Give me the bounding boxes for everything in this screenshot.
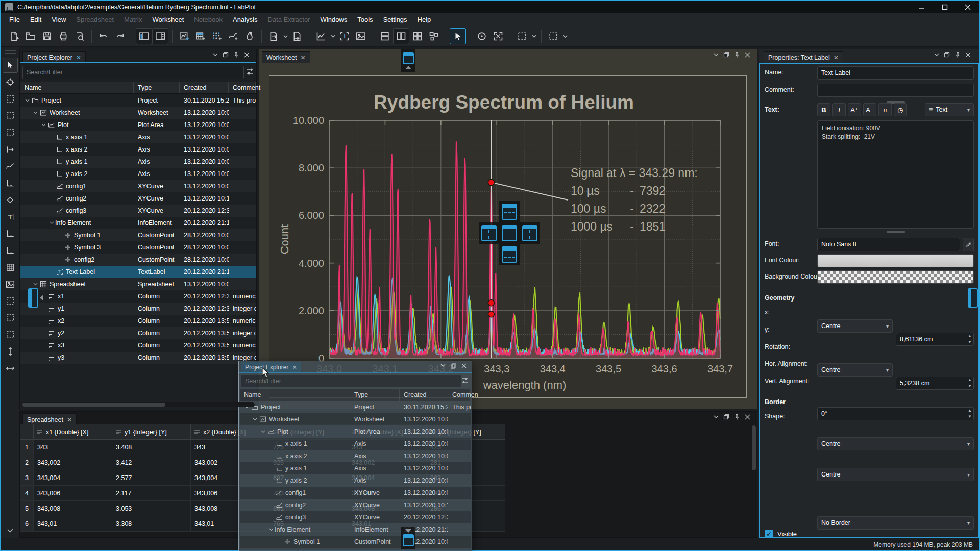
hor-alignment-dropdown[interactable]: Centre▾ bbox=[817, 437, 974, 450]
left-tool-axis-L[interactable] bbox=[3, 176, 18, 191]
menu-file[interactable]: File bbox=[4, 14, 25, 25]
folder-open-button[interactable] bbox=[22, 28, 39, 44]
spreadsheet-cell[interactable]: 343,004 bbox=[34, 470, 112, 486]
tree-row-text-label[interactable]: TText LabelTextLabel20.12.2020 21:13 bbox=[20, 266, 256, 278]
maximize-button[interactable] bbox=[933, 1, 956, 13]
curve-import-button[interactable] bbox=[225, 28, 241, 44]
dock-close-icon[interactable] bbox=[244, 52, 250, 58]
text-frame-button[interactable]: T bbox=[336, 28, 353, 44]
left-tool-dashed-box[interactable] bbox=[3, 91, 18, 107]
undo-button[interactable] bbox=[95, 28, 112, 44]
doc-export-button[interactable] bbox=[265, 28, 282, 44]
tab-close-icon[interactable]: ✕ bbox=[301, 54, 306, 61]
pointer-button[interactable] bbox=[450, 28, 466, 44]
lay-grid-button[interactable] bbox=[409, 28, 426, 44]
tab-properties[interactable]: Properties: Text Label ✕ bbox=[764, 51, 843, 63]
left-tool-dashed-box[interactable] bbox=[3, 293, 18, 309]
tab-close-icon[interactable]: ✕ bbox=[834, 54, 839, 61]
background-colour-swatch[interactable] bbox=[817, 270, 974, 284]
left-tool-dashed-box[interactable] bbox=[3, 108, 18, 123]
comment-field[interactable] bbox=[817, 84, 974, 97]
row-number[interactable]: 3 bbox=[20, 470, 34, 486]
row-number[interactable]: 6 bbox=[20, 516, 34, 532]
row-number[interactable]: 1 bbox=[20, 440, 34, 455]
floating-tree-row-y-axis-2[interactable]: y axis 2Axis13.12.2020 10:01 bbox=[240, 474, 471, 487]
floating-search-input[interactable]: Search/Filter bbox=[241, 375, 461, 387]
y-position-dropdown[interactable]: Centre▾ bbox=[817, 363, 893, 377]
print-preview-button[interactable] bbox=[71, 28, 88, 44]
menu-tools[interactable]: Tools bbox=[352, 14, 378, 25]
doc-new-button[interactable] bbox=[6, 28, 22, 44]
spreadsheet-cell[interactable]: 343,006 bbox=[34, 486, 112, 501]
tree-row-y3[interactable]: y3Column20.12.2020 13:56integer da bbox=[20, 352, 256, 364]
datetime-button[interactable]: ◷ bbox=[894, 103, 907, 116]
dock-menu-icon[interactable] bbox=[714, 415, 719, 419]
visible-checkbox[interactable]: ✓ bbox=[765, 530, 773, 538]
lay-v-button[interactable] bbox=[377, 28, 393, 44]
menu-edit[interactable]: Edit bbox=[25, 14, 46, 25]
dock-close-icon[interactable] bbox=[745, 414, 750, 420]
doc-forward-button[interactable] bbox=[289, 28, 305, 44]
floating-tree-row-x-axis-2[interactable]: x axis 2Axis13.12.2020 10:01 bbox=[240, 450, 471, 462]
floating-dock-buttons[interactable] bbox=[440, 363, 467, 369]
left-tool-grid[interactable] bbox=[3, 260, 18, 275]
zoom-expand-button[interactable] bbox=[490, 28, 506, 44]
y-value-spinbox[interactable]: 5,3238 cm▲▼ bbox=[896, 377, 974, 390]
dock-close-icon[interactable] bbox=[965, 52, 971, 58]
left-toolbar-overflow-chevron[interactable] bbox=[6, 527, 14, 535]
close-button[interactable] bbox=[956, 1, 979, 13]
left-tool-expand-h[interactable] bbox=[3, 361, 18, 376]
left-tool-pointer[interactable] bbox=[3, 58, 18, 73]
dock-menu-icon[interactable] bbox=[714, 53, 719, 57]
tab-worksheet[interactable]: Worksheet ✕ bbox=[262, 51, 310, 63]
dock-float-icon[interactable] bbox=[723, 52, 729, 58]
ws-new-button[interactable] bbox=[176, 28, 192, 44]
dock-pin-icon[interactable] bbox=[734, 414, 740, 420]
vert-alignment-dropdown[interactable]: Centre▾ bbox=[817, 468, 974, 481]
floating-tree-row-config2[interactable]: config2XYCurve13.12.2020 10:11 bbox=[240, 499, 471, 511]
spreadsheet-cell[interactable]: 343,01 bbox=[34, 516, 112, 532]
menu-windows[interactable]: Windows bbox=[315, 14, 353, 25]
floating-tree-row-config1[interactable]: config1XYCurve13.12.2020 10:09 bbox=[240, 487, 471, 499]
floating-tree-row-symbol-1[interactable]: Symbol 1CustomPoint28.12.2020 10:06 bbox=[240, 536, 471, 548]
spreadsheet-cell[interactable]: 2.117 bbox=[112, 486, 191, 501]
ss-new-button[interactable] bbox=[192, 28, 209, 44]
image-box-button[interactable] bbox=[353, 28, 369, 44]
floating-tree-row-plot[interactable]: PlotPlot Area13.12.2020 10:01 bbox=[240, 425, 471, 438]
row-number[interactable]: 2 bbox=[20, 455, 34, 470]
column-header-created[interactable]: Created bbox=[180, 82, 229, 93]
panel-left-button[interactable] bbox=[136, 28, 152, 44]
left-tool-image-box[interactable] bbox=[3, 277, 18, 292]
project-explorer-hscrollbar[interactable] bbox=[21, 402, 255, 407]
dock-pin-icon[interactable] bbox=[233, 52, 239, 58]
tree-row-y-axis-1[interactable]: y axis 1Axis13.12.2020 10:01 bbox=[20, 156, 256, 168]
tree-row-x2[interactable]: x2Column20.12.2020 13:55numerical bbox=[20, 315, 256, 327]
row-number[interactable]: 4 bbox=[20, 486, 34, 501]
floating-tree-row-worksheet[interactable]: WorksheetWorksheet13.12.2020 10:01 bbox=[240, 413, 471, 425]
left-tool-dashed-box[interactable] bbox=[3, 310, 18, 325]
dock-float-icon[interactable] bbox=[223, 52, 229, 58]
tab-spreadsheet[interactable]: Spreadsheet ✕ bbox=[22, 413, 77, 425]
floating-column-header-type[interactable]: Type bbox=[350, 389, 400, 401]
tree-row-config2[interactable]: config2CustomPoint28.12.2020 10:06 bbox=[20, 254, 256, 266]
dock-menu-icon[interactable] bbox=[934, 53, 939, 57]
symbols-button[interactable]: π bbox=[878, 103, 892, 116]
tree-row-y1[interactable]: y1Column20.12.2020 12:39integer da bbox=[20, 303, 256, 315]
matrix-new-button[interactable] bbox=[209, 28, 225, 44]
tree-row-config2[interactable]: config2XYCurve13.12.2020 10:11 bbox=[20, 192, 256, 205]
menu-worksheet[interactable]: Worksheet bbox=[147, 14, 189, 25]
text-content-editor[interactable]: Field ionisation: 900V Stark splitting: … bbox=[817, 120, 974, 229]
italic-button[interactable]: I bbox=[832, 103, 846, 116]
spreadsheet-cell[interactable]: 3.408 bbox=[112, 440, 191, 455]
left-tool-crosshair[interactable] bbox=[3, 74, 18, 90]
x-value-spinbox[interactable]: 8,61136 cm▲▼ bbox=[896, 333, 974, 346]
column-header-type[interactable]: Type bbox=[134, 82, 180, 93]
panel-right-button[interactable] bbox=[152, 28, 168, 44]
row-number[interactable]: 5 bbox=[20, 501, 34, 516]
tree-row-x-axis-2[interactable]: x axis 2Axis13.12.2020 10:01 bbox=[20, 143, 256, 156]
lay-break-button[interactable] bbox=[426, 28, 442, 44]
minimize-button[interactable] bbox=[910, 1, 933, 13]
dashed-box-button[interactable] bbox=[514, 28, 530, 44]
search-filter-input[interactable]: Search/Filter bbox=[22, 66, 244, 79]
left-tool-io-right[interactable] bbox=[3, 142, 18, 157]
